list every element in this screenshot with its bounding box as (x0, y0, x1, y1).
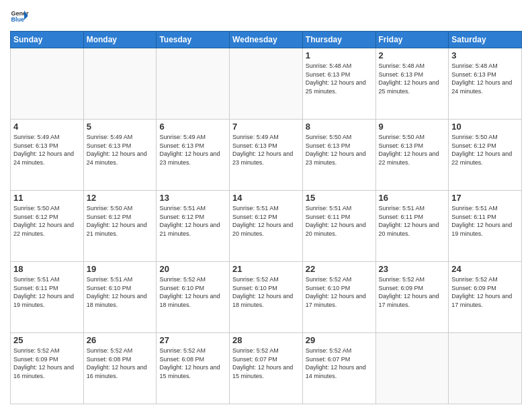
calendar-cell: 29Sunrise: 5:52 AM Sunset: 6:07 PM Dayli… (302, 333, 375, 404)
calendar-cell: 14Sunrise: 5:51 AM Sunset: 6:12 PM Dayli… (230, 191, 303, 262)
day-info: Sunrise: 5:52 AM Sunset: 6:09 PM Dayligh… (379, 275, 446, 309)
day-header-saturday: Saturday (449, 32, 522, 48)
calendar-cell (157, 48, 230, 120)
day-info: Sunrise: 5:52 AM Sunset: 6:10 PM Dayligh… (306, 275, 373, 309)
day-info: Sunrise: 5:52 AM Sunset: 6:08 PM Dayligh… (159, 347, 226, 380)
day-header-tuesday: Tuesday (157, 32, 230, 48)
calendar-cell (230, 48, 303, 120)
day-info: Sunrise: 5:48 AM Sunset: 6:13 PM Dayligh… (451, 62, 519, 95)
day-number: 5 (87, 122, 154, 132)
day-number: 1 (306, 50, 373, 60)
calendar-cell: 2Sunrise: 5:48 AM Sunset: 6:13 PM Daylig… (375, 48, 449, 120)
calendar-cell: 24Sunrise: 5:52 AM Sunset: 6:09 PM Dayli… (449, 262, 522, 333)
day-header-monday: Monday (83, 32, 157, 48)
day-info: Sunrise: 5:49 AM Sunset: 6:13 PM Dayligh… (159, 133, 226, 167)
day-number: 19 (87, 264, 154, 274)
day-number: 21 (232, 264, 300, 274)
day-info: Sunrise: 5:48 AM Sunset: 6:13 PM Dayligh… (306, 62, 373, 95)
day-number: 23 (379, 264, 446, 274)
day-info: Sunrise: 5:51 AM Sunset: 6:11 PM Dayligh… (451, 204, 519, 238)
calendar-cell (83, 48, 157, 120)
day-info: Sunrise: 5:51 AM Sunset: 6:12 PM Dayligh… (232, 204, 300, 238)
day-number: 15 (306, 193, 373, 203)
calendar-cell: 17Sunrise: 5:51 AM Sunset: 6:11 PM Dayli… (449, 191, 522, 262)
day-info: Sunrise: 5:49 AM Sunset: 6:13 PM Dayligh… (87, 133, 154, 167)
day-info: Sunrise: 5:51 AM Sunset: 6:11 PM Dayligh… (306, 204, 373, 238)
day-info: Sunrise: 5:50 AM Sunset: 6:12 PM Dayligh… (13, 204, 81, 238)
calendar-cell: 26Sunrise: 5:52 AM Sunset: 6:08 PM Dayli… (83, 333, 157, 404)
calendar-week-4: 18Sunrise: 5:51 AM Sunset: 6:11 PM Dayli… (11, 262, 522, 333)
logo-icon: General Blue (10, 7, 29, 26)
day-info: Sunrise: 5:52 AM Sunset: 6:08 PM Dayligh… (87, 347, 154, 380)
day-number: 27 (159, 335, 226, 345)
calendar-cell: 4Sunrise: 5:49 AM Sunset: 6:13 PM Daylig… (11, 120, 84, 191)
day-info: Sunrise: 5:48 AM Sunset: 6:13 PM Dayligh… (379, 62, 446, 95)
header: General Blue (10, 7, 522, 26)
calendar-cell: 23Sunrise: 5:52 AM Sunset: 6:09 PM Dayli… (375, 262, 449, 333)
day-number: 8 (306, 122, 373, 132)
day-number: 2 (379, 50, 446, 60)
day-number: 12 (87, 193, 154, 203)
day-number: 25 (13, 335, 81, 345)
calendar-cell: 21Sunrise: 5:52 AM Sunset: 6:10 PM Dayli… (230, 262, 303, 333)
svg-text:Blue: Blue (11, 16, 24, 23)
day-number: 20 (159, 264, 226, 274)
day-number: 13 (159, 193, 226, 203)
calendar-cell: 8Sunrise: 5:50 AM Sunset: 6:13 PM Daylig… (302, 120, 375, 191)
logo: General Blue (10, 7, 29, 26)
calendar-cell: 16Sunrise: 5:51 AM Sunset: 6:11 PM Dayli… (375, 191, 449, 262)
calendar-week-5: 25Sunrise: 5:52 AM Sunset: 6:09 PM Dayli… (11, 333, 522, 404)
day-number: 3 (451, 50, 519, 60)
calendar-cell: 1Sunrise: 5:48 AM Sunset: 6:13 PM Daylig… (302, 48, 375, 120)
day-info: Sunrise: 5:51 AM Sunset: 6:11 PM Dayligh… (379, 204, 446, 238)
calendar-cell: 3Sunrise: 5:48 AM Sunset: 6:13 PM Daylig… (449, 48, 522, 120)
calendar-week-1: 1Sunrise: 5:48 AM Sunset: 6:13 PM Daylig… (11, 48, 522, 120)
calendar-cell: 5Sunrise: 5:49 AM Sunset: 6:13 PM Daylig… (83, 120, 157, 191)
day-number: 10 (451, 122, 519, 132)
day-info: Sunrise: 5:51 AM Sunset: 6:12 PM Dayligh… (159, 204, 226, 238)
day-info: Sunrise: 5:50 AM Sunset: 6:13 PM Dayligh… (306, 133, 373, 167)
calendar-cell: 10Sunrise: 5:50 AM Sunset: 6:12 PM Dayli… (449, 120, 522, 191)
calendar-week-2: 4Sunrise: 5:49 AM Sunset: 6:13 PM Daylig… (11, 120, 522, 191)
calendar-cell: 12Sunrise: 5:50 AM Sunset: 6:12 PM Dayli… (83, 191, 157, 262)
day-number: 17 (451, 193, 519, 203)
calendar-cell: 7Sunrise: 5:49 AM Sunset: 6:13 PM Daylig… (230, 120, 303, 191)
day-number: 28 (232, 335, 300, 345)
day-info: Sunrise: 5:52 AM Sunset: 6:10 PM Dayligh… (159, 275, 226, 309)
calendar-cell: 13Sunrise: 5:51 AM Sunset: 6:12 PM Dayli… (157, 191, 230, 262)
day-info: Sunrise: 5:52 AM Sunset: 6:07 PM Dayligh… (306, 347, 373, 380)
day-info: Sunrise: 5:50 AM Sunset: 6:12 PM Dayligh… (451, 133, 519, 167)
calendar-cell: 18Sunrise: 5:51 AM Sunset: 6:11 PM Dayli… (11, 262, 84, 333)
day-number: 18 (13, 264, 81, 274)
day-header-friday: Friday (375, 32, 449, 48)
day-info: Sunrise: 5:49 AM Sunset: 6:13 PM Dayligh… (232, 133, 300, 167)
calendar-cell: 11Sunrise: 5:50 AM Sunset: 6:12 PM Dayli… (11, 191, 84, 262)
calendar-table: SundayMondayTuesdayWednesdayThursdayFrid… (10, 31, 522, 404)
day-header-sunday: Sunday (11, 32, 84, 48)
calendar-cell: 19Sunrise: 5:51 AM Sunset: 6:10 PM Dayli… (83, 262, 157, 333)
day-number: 29 (306, 335, 373, 345)
day-number: 14 (232, 193, 300, 203)
day-info: Sunrise: 5:49 AM Sunset: 6:13 PM Dayligh… (13, 133, 81, 167)
day-number: 4 (13, 122, 81, 132)
day-number: 11 (13, 193, 81, 203)
day-number: 22 (306, 264, 373, 274)
day-info: Sunrise: 5:51 AM Sunset: 6:10 PM Dayligh… (87, 275, 154, 309)
day-info: Sunrise: 5:52 AM Sunset: 6:07 PM Dayligh… (232, 347, 300, 380)
calendar-cell: 25Sunrise: 5:52 AM Sunset: 6:09 PM Dayli… (11, 333, 84, 404)
day-info: Sunrise: 5:52 AM Sunset: 6:09 PM Dayligh… (13, 347, 81, 380)
day-number: 26 (87, 335, 154, 345)
calendar-cell: 22Sunrise: 5:52 AM Sunset: 6:10 PM Dayli… (302, 262, 375, 333)
calendar-week-3: 11Sunrise: 5:50 AM Sunset: 6:12 PM Dayli… (11, 191, 522, 262)
day-header-wednesday: Wednesday (230, 32, 303, 48)
day-number: 24 (451, 264, 519, 274)
day-number: 9 (379, 122, 446, 132)
day-header-thursday: Thursday (302, 32, 375, 48)
calendar-cell: 15Sunrise: 5:51 AM Sunset: 6:11 PM Dayli… (302, 191, 375, 262)
calendar-cell: 9Sunrise: 5:50 AM Sunset: 6:13 PM Daylig… (375, 120, 449, 191)
calendar-cell: 27Sunrise: 5:52 AM Sunset: 6:08 PM Dayli… (157, 333, 230, 404)
calendar-cell: 6Sunrise: 5:49 AM Sunset: 6:13 PM Daylig… (157, 120, 230, 191)
day-info: Sunrise: 5:52 AM Sunset: 6:09 PM Dayligh… (451, 275, 519, 309)
calendar-cell: 20Sunrise: 5:52 AM Sunset: 6:10 PM Dayli… (157, 262, 230, 333)
day-number: 6 (159, 122, 226, 132)
